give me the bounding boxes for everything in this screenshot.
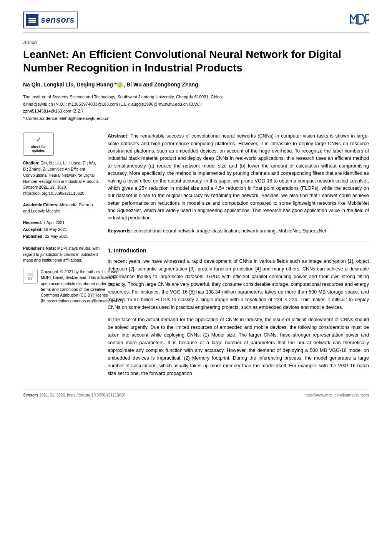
abstract-block: Abstract: The remarkable success of conv…: [108, 133, 369, 222]
footer-citation: Sensors 2021, 21, 3620. https://doi.org/…: [23, 393, 125, 397]
academic-editors-block: Academic Editors: Alexandra Psarrou and …: [23, 202, 100, 214]
orcid-icon: iD: [117, 82, 123, 88]
affil-line1: The Institute of Systems Science and Tec…: [23, 94, 369, 100]
article-title: LeanNet: An Efficient Convolutional Neur…: [23, 48, 369, 75]
two-column-layout: ✓ check forupdates Citation: Qin, N.; Li…: [23, 133, 369, 382]
citation-label: Citation:: [23, 161, 40, 165]
dates-block: Received: 7 April 2021 Accepted: 19 May …: [23, 219, 100, 240]
cc-license-block: CC BY Copyright: © 2021 by the authors. …: [23, 269, 100, 304]
keywords-label: Keywords:: [108, 228, 132, 234]
accepted-label: Accepted:: [23, 227, 43, 232]
check-updates-text: check forupdates: [31, 145, 46, 153]
affil-line3: zzh451045814@163.com (Z.Z.): [23, 108, 369, 114]
check-for-updates-badge[interactable]: ✓ check forupdates: [23, 133, 54, 156]
mdpi-logo: MDPI: [350, 12, 369, 27]
academic-editors-label: Academic Editors:: [23, 202, 58, 207]
published-label: Published:: [23, 234, 44, 239]
affil-line2: qinna@swjtu.cn (N.Q.); m13653974033@163.…: [23, 101, 369, 108]
authors-main: Na Qin, Longkai Liu, Deqing Huang *: [23, 81, 116, 88]
keywords-text: convolutional neural network; image clas…: [133, 228, 326, 234]
footer-page: 3620. https://doi.org/10.3390/s21113620: [56, 393, 126, 397]
page-footer: Sensors 2021, 21, 3620. https://doi.org/…: [23, 390, 369, 397]
intro-paragraph-1: In recent years, we have witnessed a rap…: [108, 257, 369, 311]
received-date: 7 April 2021: [43, 220, 65, 225]
article-type-label: Article: [23, 40, 369, 45]
section-1-title: 1. Introduction: [108, 247, 369, 254]
page: sensors MDPI Article LeanNet: An Efficie…: [0, 0, 392, 554]
published-date: 22 May 2021: [45, 234, 68, 239]
divider-top: [23, 127, 369, 127]
keywords-block: Keywords: convolutional neural network; …: [108, 227, 369, 235]
footer-journal-name: Sensors: [23, 393, 38, 397]
accepted-date: 19 May 2021: [44, 227, 67, 232]
cc-icon: CC BY: [23, 269, 38, 284]
received-line: Received: 7 April 2021: [23, 219, 100, 226]
header: sensors MDPI: [23, 12, 369, 33]
journal-logo-area: sensors: [23, 12, 78, 28]
footer-website: https://www.mdpi.com/journal/sensors: [304, 393, 369, 397]
check-updates-checkmark-icon: ✓: [36, 136, 42, 144]
sensors-icon-graphic: [26, 14, 38, 26]
sensors-text: sensors: [41, 15, 75, 25]
citation-block: Citation: Qin, N.; Liu, L.; Huang, D.; W…: [23, 160, 100, 197]
footer-year-volume: 2021, 21,: [39, 393, 55, 397]
authors-suffix: , Bi Wu and Zonghong Zhang: [123, 81, 198, 88]
divider-abstract-intro: [108, 242, 369, 242]
authors-line: Na Qin, Longkai Liu, Deqing Huang *iD, B…: [23, 81, 369, 88]
citation-text: Qin, N.; Liu, L.; Huang, D.; Wu, B.; Zha…: [23, 161, 100, 196]
sensors-logo-box: sensors: [23, 12, 78, 28]
accepted-line: Accepted: 19 May 2021: [23, 226, 100, 233]
right-column: Abstract: The remarkable success of conv…: [108, 133, 369, 382]
published-line: Published: 22 May 2021: [23, 233, 100, 240]
publisher-note-block: Publisher's Note: MDPI stays neutral wit…: [23, 245, 100, 264]
received-label: Received:: [23, 220, 42, 225]
intro-paragraph-2: In the face of the actual demand for the…: [108, 316, 369, 377]
abstract-text: The remarkable success of convolutional …: [108, 133, 369, 221]
affil-line4: * Correspondence: elehd@home.swjtu.edu.c…: [23, 115, 369, 122]
publisher-note-label: Publisher's Note:: [23, 246, 56, 250]
svg-text:MDPI: MDPI: [351, 21, 359, 25]
abstract-label: Abstract:: [108, 133, 129, 139]
affiliation-block: The Institute of Systems Science and Tec…: [23, 94, 369, 121]
left-column: ✓ check forupdates Citation: Qin, N.; Li…: [23, 133, 100, 382]
